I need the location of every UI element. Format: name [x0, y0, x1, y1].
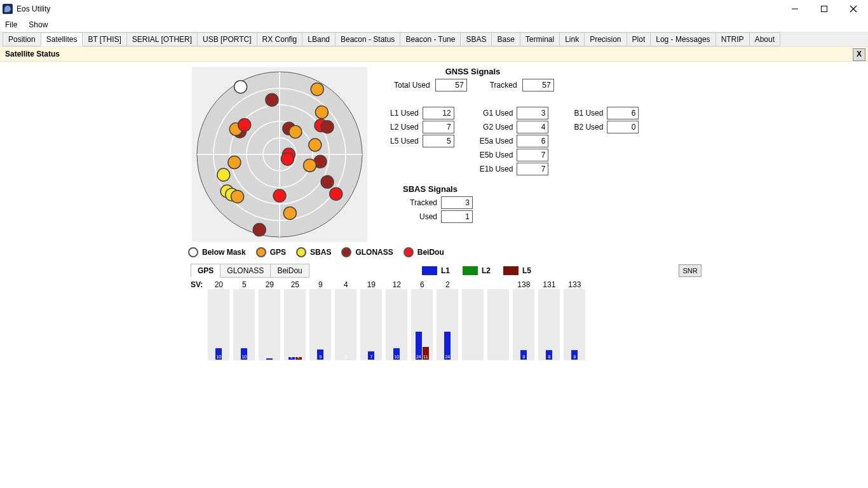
bartab-beidou[interactable]: BeiDou	[270, 264, 309, 278]
sv-slots: 2010510291252299401971210624112241388131…	[207, 280, 588, 363]
bar-l1: 8	[520, 350, 527, 360]
sv-number: 19	[367, 280, 376, 289]
signal-bar-panel: GPSGLONASSBeiDou L1L2L5 SNR SV: 20105102…	[191, 264, 702, 365]
sv-bars: 7	[360, 289, 382, 360]
constellation-tabs: GPSGLONASSBeiDou	[191, 264, 309, 278]
tab-plot[interactable]: Plot	[627, 32, 651, 46]
svg-point-24	[281, 152, 294, 165]
bar-l1: 10	[393, 348, 400, 360]
bar-l5: 11	[423, 347, 429, 360]
sv-slot	[486, 280, 510, 363]
minimize-button[interactable]	[780, 0, 810, 18]
sv-number: 25	[291, 280, 299, 289]
sig-label: L2 Used	[390, 123, 419, 132]
svg-point-26	[321, 175, 334, 188]
bar-l5: 2	[295, 357, 302, 360]
sv-slot: 224	[435, 280, 459, 363]
svg-point-22	[289, 126, 302, 139]
sv-bars: 8	[564, 289, 585, 360]
sv-number: 6	[420, 280, 424, 289]
sv-slot: 1338	[562, 280, 587, 363]
legend-swatch	[256, 247, 266, 257]
tab-bt-this-[interactable]: BT [THIS]	[82, 32, 126, 46]
svg-point-28	[330, 187, 342, 200]
sv-bars: 22	[284, 289, 306, 360]
tab-sbas[interactable]: SBAS	[460, 32, 492, 46]
tab-usb-portc-[interactable]: USB [PORTC]	[197, 32, 257, 46]
sbas-heading: SBAS Signals	[403, 184, 682, 194]
legend-label: BeiDou	[417, 248, 444, 257]
sv-number: 138	[517, 280, 530, 289]
sig-label: G1 Used	[483, 109, 513, 118]
sv-label: SV:	[191, 280, 203, 289]
bar-legend-label: L5	[522, 266, 531, 275]
sig-value: 6	[607, 107, 639, 119]
svg-point-19	[238, 119, 251, 132]
bar-l1: 8	[546, 350, 552, 360]
sig-value: 12	[423, 107, 454, 119]
tab-bar: PositionSatellitesBT [THIS]SERIAL [OTHER…	[0, 32, 868, 47]
svg-rect-1	[822, 6, 827, 12]
sig-value: 0	[607, 121, 639, 133]
gnss-heading: GNSS Signals	[390, 67, 555, 76]
legend-swatch	[403, 247, 414, 257]
tab-beacon-status[interactable]: Beacon - Status	[335, 32, 400, 46]
close-button[interactable]	[839, 0, 868, 18]
sv-bars: 24	[437, 289, 458, 360]
tab-rx-config[interactable]: RX Config	[257, 32, 303, 46]
tab-log-messages[interactable]: Log - Messages	[650, 32, 715, 46]
sig-label: L1 Used	[390, 109, 419, 118]
bar-l1: 24	[416, 332, 422, 360]
sig-value: 4	[517, 121, 548, 133]
sv-slot: 1210	[384, 280, 409, 363]
tracked-value: 57	[522, 79, 554, 92]
sig-label: E5a Used	[480, 137, 513, 146]
tab-ntrip[interactable]: NTRIP	[715, 32, 750, 46]
panel-close-button[interactable]: X	[853, 48, 865, 61]
svg-point-29	[217, 168, 230, 181]
sv-bars: 10	[233, 289, 255, 360]
menu-show[interactable]: Show	[27, 19, 49, 30]
tab-serial-other-[interactable]: SERIAL [OTHER]	[126, 32, 198, 46]
sv-bars	[487, 289, 509, 360]
tab-beacon-tune[interactable]: Beacon - Tune	[400, 32, 461, 46]
tracked-label: Tracked	[490, 81, 517, 90]
sv-bars: 10	[208, 289, 229, 360]
tab-precision[interactable]: Precision	[584, 32, 627, 46]
tab-position[interactable]: Position	[3, 32, 41, 46]
sig-label: B2 Used	[574, 123, 603, 132]
bar-l1: 10	[241, 348, 247, 360]
sv-slot: 291	[257, 280, 281, 363]
constellation-legend: Below MaskGPSSBASGLONASSBeiDou	[188, 247, 444, 257]
bartab-gps[interactable]: GPS	[191, 264, 220, 278]
tab-base[interactable]: Base	[491, 32, 520, 46]
sv-slot: 197	[359, 280, 383, 363]
sig-label: L5 Used	[390, 137, 419, 146]
sv-bars: 0	[335, 289, 356, 360]
sv-slot: 40	[334, 280, 358, 363]
legend-label: GLONASS	[355, 248, 393, 257]
bartab-glonass[interactable]: GLONASS	[220, 264, 271, 278]
legend-label: SBAS	[310, 248, 331, 257]
tab-about[interactable]: About	[749, 32, 780, 46]
sbas-tracked-label: Tracked	[410, 198, 437, 207]
sv-bars	[462, 289, 484, 360]
menu-file[interactable]: File	[4, 19, 18, 30]
snr-button[interactable]: SNR	[679, 264, 702, 277]
tab-terminal[interactable]: Terminal	[520, 32, 560, 46]
window-title: Eos Utility	[17, 4, 50, 13]
signal-legend: L1L2L5	[422, 266, 674, 275]
sv-slot: 2010	[207, 280, 231, 363]
svg-point-14	[315, 106, 328, 119]
sig-value: 7	[423, 121, 454, 133]
legend-swatch	[296, 247, 306, 257]
tab-lband[interactable]: LBand	[302, 32, 336, 46]
tab-link[interactable]: Link	[559, 32, 585, 46]
sv-bars: 8	[513, 289, 534, 360]
legend-swatch	[341, 247, 351, 257]
sig-value: 3	[517, 107, 548, 119]
maximize-button[interactable]	[810, 0, 839, 18]
tab-satellites[interactable]: Satellites	[41, 32, 83, 46]
menu-bar: FileShow	[0, 18, 868, 32]
legend-swatch	[188, 247, 198, 257]
